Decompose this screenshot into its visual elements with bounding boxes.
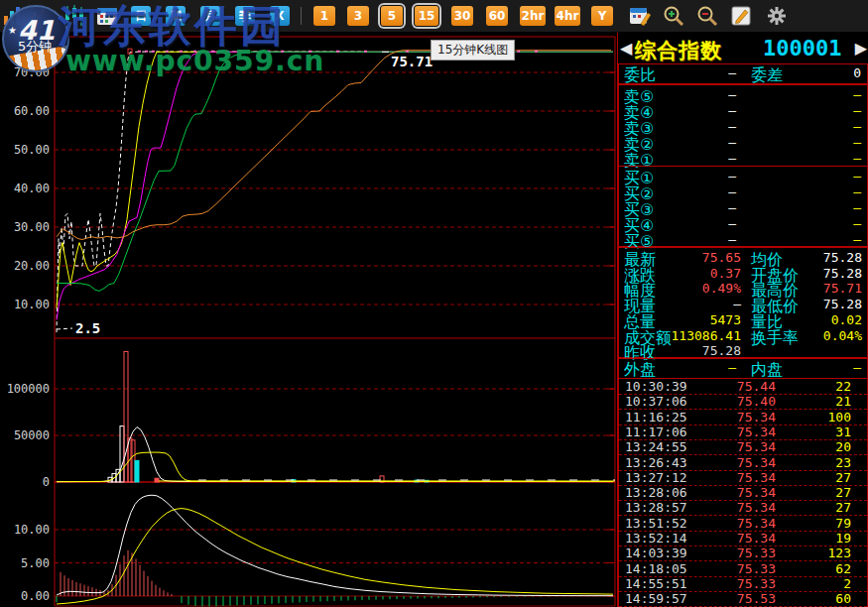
tick-price: 75.33 [737,576,776,591]
minute-button-2hr[interactable]: 2hr [520,6,546,26]
stat-row: 涨跌0.37开盘价75.28 [619,266,867,281]
tick-row[interactable]: 14:59:5775.5360 [619,591,867,607]
minute-button-5[interactable]: 5 [381,6,403,26]
tick-row[interactable]: 13:24:5575.3420 [619,439,867,455]
peak-value-label: 75.71 [391,54,433,69]
bid-row[interactable]: 买④—— [619,216,867,232]
trading-terminal-window: 日 周 月 季 X 1351530602hr4hrY [0,0,868,607]
minute-button-15[interactable]: 15 [415,6,438,26]
tick-row[interactable]: 13:26:4375.3423 [619,455,867,471]
notepad-edit-icon[interactable] [730,5,752,27]
calendar-edit-icon[interactable] [629,5,651,27]
bid-row[interactable]: 买③—— [619,200,867,216]
tick-volume: 2 [843,576,851,591]
tick-row[interactable]: 13:28:5775.3427 [619,500,867,516]
stats-box: 最新75.65均价75.28涨跌0.37开盘价75.28幅度0.49%最高价75… [618,247,868,358]
chart-type-tooltip: 15分钟K线图 [431,40,515,61]
tick-price: 75.33 [737,561,776,576]
axis-label: 60.00 [14,104,50,118]
ask-volume: — [853,151,861,166]
bid-row[interactable]: 买①—— [619,169,867,184]
bid-price: — [728,169,736,183]
stat-value: 113086.41 [672,328,741,343]
minute-button-3[interactable]: 3 [347,6,369,26]
tick-row[interactable]: 11:17:0675.3431 [619,425,867,440]
zoom-out-icon[interactable] [696,5,718,27]
bid-row[interactable]: 买②—— [619,184,867,200]
stat-value: 75.71 [823,281,862,296]
chart-canvas[interactable]: 70.0060.0050.0040.0030.0020.0010.0010000… [0,33,617,607]
row-value: 0 [853,65,861,80]
tick-row[interactable]: 14:18:0575.3362 [619,561,867,577]
tick-volume: 22 [835,379,851,394]
tick-volume: 31 [835,425,851,439]
low-value-label: 2.5 [75,320,100,336]
row-label: 委差 [751,65,783,86]
tick-row[interactable]: 13:27:1275.3427 [619,470,867,486]
tick-row[interactable]: 13:51:5275.3479 [619,516,867,532]
stat-row: 成交额113086.41换手率0.04% [619,328,867,343]
tick-volume: 27 [835,485,851,500]
axis-label: 30.00 [14,220,50,234]
tick-time: 10:37:06 [625,394,687,409]
ask-row[interactable]: 卖④—— [619,103,867,119]
ask-volume: — [853,135,861,150]
tick-row[interactable]: 10:37:0675.4021 [619,394,867,410]
tick-time: 14:18:05 [625,561,687,576]
vol-ma-yellow [57,452,613,482]
tick-volume: 123 [828,546,851,560]
tick-price: 75.34 [737,516,776,531]
tick-price: 75.34 [737,455,776,470]
price-dot [364,51,367,53]
minute-button-4hr[interactable]: 4hr [555,6,580,26]
tick-time: 13:51:52 [625,516,687,531]
tick-time: 13:28:57 [625,500,687,515]
ask-volume: — [853,87,861,102]
row-label: 委比 [624,65,656,86]
minute-button-30[interactable]: 30 [451,6,473,26]
ask-row[interactable]: 卖⑤—— [619,87,867,103]
gear-icon[interactable] [766,5,788,27]
tick-time: 14:03:39 [625,546,687,560]
tick-row[interactable]: 10:30:3975.4422 [619,379,867,395]
next-stock-arrow[interactable]: ▶ [855,39,867,58]
prev-stock-arrow[interactable]: ◀ [620,39,632,58]
tick-row[interactable]: 11:16:2575.34100 [619,410,867,425]
ask-volume: — [853,103,861,118]
tick-price: 75.34 [737,439,776,454]
low-label-tick [57,328,72,329]
index-code[interactable]: 100001 [763,36,841,61]
bid-volume: — [853,232,861,247]
axis-label: 5.00 [21,556,50,570]
inner-label: 内盘 [751,360,783,381]
bid-price: — [728,184,736,199]
row-value: — [728,65,736,80]
tick-volume: 20 [835,439,851,454]
stat-value: 75.28 [702,343,741,358]
quote-panel: ◀ 综合指数 100001 ▶ 委比—委差0 卖⑤——卖④——卖③——卖②——卖… [617,33,868,607]
tick-list: 10:30:3975.442210:37:0675.402111:16:2575… [618,379,868,607]
tick-price: 75.53 [737,591,776,606]
minute-button-Y[interactable]: Y [591,6,613,26]
price-dot [517,51,520,53]
inner-outer-row: 外盘—内盘— [618,358,868,379]
zoom-in-icon[interactable] [663,5,684,27]
bid-row[interactable]: 买⑤—— [619,232,867,248]
price-dot [535,51,538,53]
ask-row[interactable]: 卖①—— [619,151,867,167]
tick-row[interactable]: 14:03:3975.33123 [619,546,867,561]
minute-button-60[interactable]: 60 [486,6,508,26]
minute-button-1[interactable]: 1 [313,6,335,26]
stat-row: 最新75.65均价75.28 [619,250,867,265]
ask-row[interactable]: 卖③—— [619,119,867,135]
inner-value: — [853,360,861,375]
ask-row[interactable]: 卖②—— [619,135,867,151]
tick-row[interactable]: 13:52:1475.3419 [619,531,867,546]
volume-bar [155,478,159,482]
tick-row[interactable]: 13:28:0675.3427 [619,485,867,501]
bid-price: — [728,200,736,215]
tick-price: 75.44 [737,379,776,394]
ask-volume: — [853,119,861,134]
tick-row[interactable]: 14:55:5175.332 [619,576,867,592]
stat-value: 75.65 [702,250,741,265]
